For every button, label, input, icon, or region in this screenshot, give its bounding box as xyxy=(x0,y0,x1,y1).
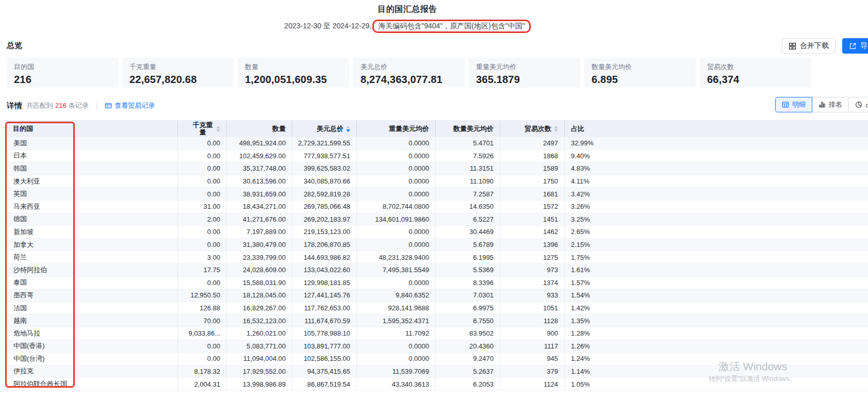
cell-1: 70.00 xyxy=(178,314,227,327)
cell-2: 18,434,271.00 xyxy=(227,201,292,213)
cell-1: 17.75 xyxy=(178,264,227,276)
cell-3: 399,625,583.02 xyxy=(292,162,357,175)
card-label: 数量 xyxy=(245,62,344,72)
cell-5: 30.4469 xyxy=(436,226,500,238)
ranking-icon xyxy=(818,101,826,108)
cell-3: 129,998,181.85 xyxy=(292,277,357,289)
card-label: 重量美元均价 xyxy=(476,62,575,72)
column-header-1[interactable]: 千克重量 xyxy=(178,120,227,137)
cell-6: 1124 xyxy=(500,378,565,390)
cell-2: 5,083,771.00 xyxy=(227,340,292,353)
tab-label: 占比 xyxy=(865,100,868,109)
cell-6: 379 xyxy=(500,365,565,378)
cell-destination: 韩国 xyxy=(7,162,178,175)
card-label: 贸易次数 xyxy=(707,62,806,72)
cell-5: 83.9502 xyxy=(436,327,500,340)
table-row: 韩国0.0035,317,748.00399,625,583.020.00001… xyxy=(7,162,868,175)
cell-3: 2,729,321,599.55 xyxy=(292,137,357,149)
cell-1: 0.00 xyxy=(178,137,227,149)
cell-1: 31.00 xyxy=(178,201,227,213)
cell-3: 144,693,986.82 xyxy=(292,251,357,263)
cell-4: 8,702,744.0800 xyxy=(357,201,436,213)
cell-6: 933 xyxy=(500,289,565,302)
table-row: 新加坡0.007,197,889.00219,153,123.000.00003… xyxy=(7,226,868,239)
overview-section-title: 总览 xyxy=(7,41,22,51)
cell-3: 103,891,777.00 xyxy=(292,340,357,353)
cell-2: 24,028,609.00 xyxy=(227,264,292,276)
cell-5: 6.5227 xyxy=(436,213,500,226)
cell-6: 1128 xyxy=(500,314,565,327)
cell-6: 1451 xyxy=(500,213,565,226)
cell-1: 0.00 xyxy=(178,340,227,353)
cell-6: 1589 xyxy=(500,162,565,175)
column-label: 贸易次数 xyxy=(525,124,551,134)
table-row: 日本0.00102,459,629.00777,938,577.510.0000… xyxy=(7,150,868,163)
table-row: 危地马拉9,033,86...1,260,021.00105,778,988.1… xyxy=(7,327,868,340)
tab-占比[interactable]: 占比 xyxy=(848,97,868,112)
column-label: 目的国 xyxy=(13,124,33,134)
cell-destination: 马来西亚 xyxy=(7,201,178,213)
sort-caret-down-icon xyxy=(216,129,220,132)
cell-3: 269,785,066.48 xyxy=(292,201,357,213)
cell-2: 31,380,479.00 xyxy=(227,239,292,251)
cell-4: 0.0000 xyxy=(357,188,436,200)
cell-2: 498,951,924.00 xyxy=(227,137,292,149)
cell-2: 18,128,045.00 xyxy=(227,289,292,302)
cell-7: 1.75% xyxy=(565,251,868,263)
column-header-5: 数量美元均价 xyxy=(436,120,500,137)
table-row: 加拿大0.0031,380,479.00178,206,870.850.0000… xyxy=(7,239,868,252)
cell-7: 3.42% xyxy=(565,188,868,200)
cell-1: 9,033,86... xyxy=(178,327,227,340)
table-row: 泰国0.0015,588,031.90129,998,181.850.00008… xyxy=(7,277,868,290)
column-header-3[interactable]: 美元总价 xyxy=(292,120,357,137)
card-value: 8,274,363,077.81 xyxy=(361,74,460,86)
table-row: 法国126.8816,829,267.00117,762,653.00928,1… xyxy=(7,302,868,315)
table-row: 德国2.0041,271,676.00269,202,183.97134,601… xyxy=(7,213,868,226)
cell-6: 900 xyxy=(500,327,565,340)
cell-5: 11.1090 xyxy=(436,175,500,188)
cell-3: 269,202,183.97 xyxy=(292,213,357,226)
cell-4: 9,840.6352 xyxy=(357,289,436,302)
cell-5: 6.7550 xyxy=(436,314,500,327)
merge-download-button[interactable]: 合并下载 xyxy=(782,38,836,54)
cell-6: 1051 xyxy=(500,302,565,314)
cell-2: 7,197,889.00 xyxy=(227,226,292,238)
column-header-6[interactable]: 贸易次数 xyxy=(500,120,565,137)
tab-排名[interactable]: 排名 xyxy=(812,97,849,112)
cell-destination: 中国(台湾) xyxy=(7,353,178,365)
overview-toolbar: 合并下载导出 xyxy=(782,38,868,54)
cell-4: 0.0000 xyxy=(357,340,436,353)
view-trade-records-link[interactable]: 查看贸易记录 xyxy=(105,101,155,110)
cell-3: 282,592,819.28 xyxy=(292,188,357,200)
card-label: 美元总价 xyxy=(361,62,460,72)
column-header-destination: 目的国 xyxy=(7,120,178,137)
cell-5: 20.4360 xyxy=(436,340,500,353)
card-value: 365.1879 xyxy=(476,74,575,86)
cell-3: 105,778,988.10 xyxy=(292,327,357,340)
sort-icon xyxy=(216,126,220,132)
table-row: 美国0.00498,951,924.002,729,321,599.550.00… xyxy=(7,137,868,150)
column-header-7: 占比 xyxy=(565,120,868,137)
cell-6: 2497 xyxy=(500,137,565,149)
cell-2: 17,929,552.00 xyxy=(227,365,292,378)
trade-record-icon xyxy=(105,102,112,109)
tab-明细[interactable]: 明细 xyxy=(775,97,812,112)
match-count: 216 xyxy=(55,102,67,109)
overview-card: 数量1,200,051,609.35 xyxy=(238,58,349,88)
cell-2: 30,613,596.00 xyxy=(227,175,292,188)
sort-caret-up-icon xyxy=(554,126,558,128)
sort-icon xyxy=(554,126,558,132)
table-header-row: 目的国千克重量数量美元总价重量美元均价数量美元均价贸易次数占比 xyxy=(7,120,868,137)
export-icon xyxy=(849,42,857,50)
export-button[interactable]: 导出 xyxy=(842,38,868,54)
cell-7: 2.15% xyxy=(565,239,868,251)
sort-caret-up-icon xyxy=(216,126,220,128)
cell-7: 2.65% xyxy=(565,226,868,238)
cell-1: 0.00 xyxy=(178,162,227,175)
cell-1: 126.88 xyxy=(178,302,227,314)
sort-caret-down-icon xyxy=(346,129,350,132)
cell-3: 777,938,577.51 xyxy=(292,150,357,162)
cell-4: 0.0000 xyxy=(357,353,436,365)
cell-1: 0.00 xyxy=(178,353,227,365)
filter-highlight-annotation: 海关编码包含"9404"，原产国(地区)包含"中国" xyxy=(372,20,530,33)
